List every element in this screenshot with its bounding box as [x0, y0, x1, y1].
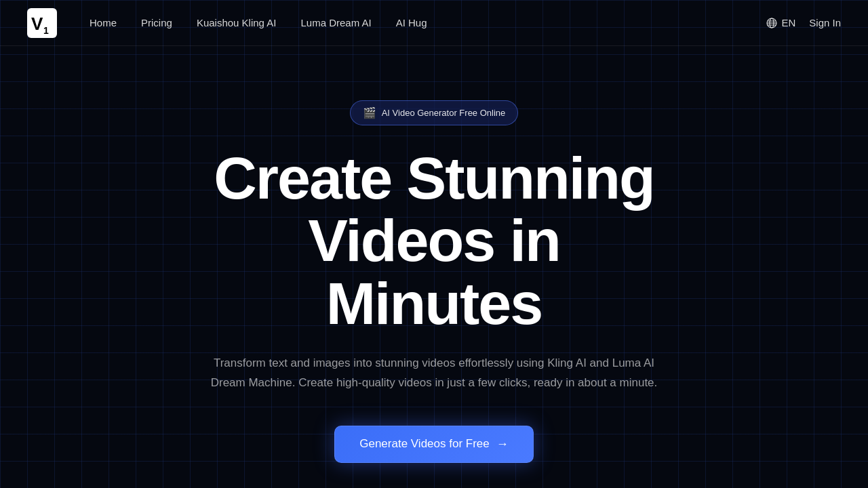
navbar-right: EN Sign In [766, 17, 841, 28]
badge-icon: 🎬 [363, 106, 376, 119]
cta-arrow-icon: → [496, 437, 509, 451]
cta-label: Generate Videos for Free [359, 437, 490, 451]
logo[interactable]: V 1 [27, 8, 57, 38]
nav-kling[interactable]: Kuaishou Kling AI [197, 17, 277, 28]
hero-title-line2: Minutes [326, 270, 542, 337]
sign-in-button[interactable]: Sign In [809, 17, 841, 28]
badge-text: AI Video Generator Free Online [382, 108, 506, 118]
hero-badge: 🎬 AI Video Generator Free Online [350, 100, 519, 125]
svg-text:1: 1 [43, 25, 49, 36]
globe-icon [766, 18, 777, 28]
svg-text:V: V [31, 14, 43, 34]
language-label: EN [781, 17, 795, 28]
hero-subtitle: Transform text and images into stunning … [210, 354, 658, 393]
hero-title: Create Stunning Videos in Minutes [129, 147, 739, 335]
nav-links: Home Pricing Kuaishou Kling AI Luma Drea… [90, 17, 427, 28]
hero-title-line1: Create Stunning Videos in [214, 144, 654, 274]
nav-home[interactable]: Home [90, 17, 117, 28]
generate-videos-button[interactable]: Generate Videos for Free → [334, 426, 534, 463]
nav-luma[interactable]: Luma Dream AI [300, 17, 371, 28]
hero-section: 🎬 AI Video Generator Free Online Create … [0, 46, 868, 463]
navbar: V 1 Home Pricing Kuaishou Kling AI Luma … [0, 0, 868, 46]
language-button[interactable]: EN [766, 17, 795, 28]
navbar-left: V 1 Home Pricing Kuaishou Kling AI Luma … [27, 8, 427, 38]
nav-ai-hug[interactable]: AI Hug [396, 17, 427, 28]
nav-pricing[interactable]: Pricing [141, 17, 172, 28]
